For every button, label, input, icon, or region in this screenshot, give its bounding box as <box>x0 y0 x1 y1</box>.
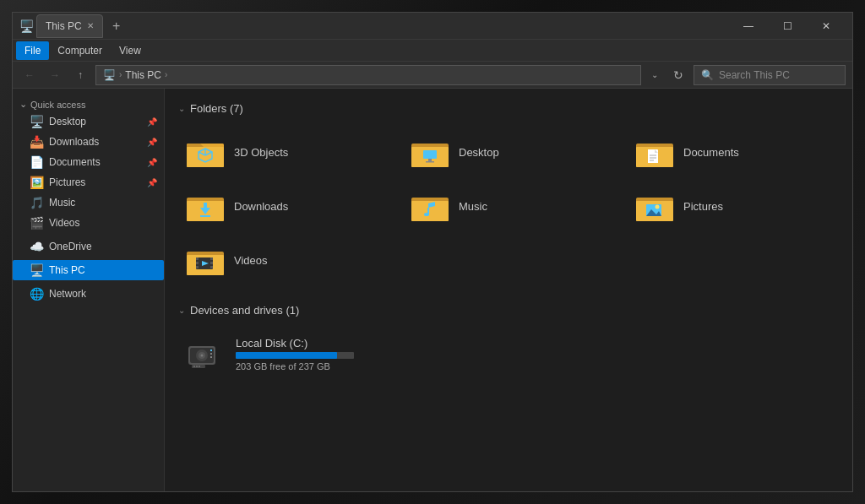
quick-access-header: ⌄ Quick access <box>13 95 164 111</box>
svg-rect-37 <box>210 257 213 260</box>
svg-rect-21 <box>200 215 210 217</box>
folder-pictures-name: Pictures <box>683 200 723 213</box>
drive-c-bar <box>236 352 354 359</box>
pin-documents-icon: 📌 <box>147 158 157 167</box>
folders-grid: 3D Objects <box>178 128 839 284</box>
sidebar-documents-label: Documents <box>49 156 101 168</box>
folders-section-header: ⌄ Folders (7) <box>178 102 839 115</box>
sidebar-item-network[interactable]: 🌐 Network <box>13 284 164 304</box>
svg-rect-35 <box>196 262 199 264</box>
window-icon: 🖥️ <box>19 19 33 33</box>
folder-3dobjects[interactable]: 3D Objects <box>178 128 389 176</box>
svg-rect-9 <box>423 150 437 159</box>
sidebar-item-downloads[interactable]: 📥 Downloads 📌 <box>13 132 164 152</box>
pin-pictures-icon: 📌 <box>147 178 157 187</box>
back-button[interactable]: ← <box>19 65 40 85</box>
folder-documents[interactable]: Documents <box>628 128 839 176</box>
folders-section-label: Folders (7) <box>190 102 243 115</box>
up-button[interactable]: ↑ <box>70 65 90 85</box>
documents-icon: 📄 <box>30 155 44 169</box>
sidebar-downloads-label: Downloads <box>49 136 99 148</box>
sidebar-item-desktop[interactable]: 🖥️ Desktop 📌 <box>13 111 164 132</box>
path-pc-icon: 🖥️ <box>103 69 116 81</box>
address-path[interactable]: 🖥️ › This PC › <box>95 65 641 85</box>
folder-3dobjects-icon <box>185 135 226 169</box>
address-dropdown-button[interactable]: ⌄ <box>646 65 663 85</box>
tab-bar: 🖥️ This PC ✕ + <box>19 14 729 38</box>
sidebar-pictures-label: Pictures <box>49 176 85 188</box>
svg-rect-38 <box>210 262 213 264</box>
drive-c-space: 203 GB free of 237 GB <box>236 361 354 371</box>
content-area: ⌄ Quick access 🖥️ Desktop 📌 📥 Downloads … <box>13 89 852 491</box>
drive-c-fill <box>236 352 337 359</box>
maximize-button[interactable]: ☐ <box>768 13 807 40</box>
folder-music[interactable]: Music <box>403 182 614 230</box>
forward-button[interactable]: → <box>45 65 65 85</box>
menu-view[interactable]: View <box>111 41 150 60</box>
network-icon: 🌐 <box>30 287 44 301</box>
svg-rect-47 <box>210 353 212 355</box>
menu-computer[interactable]: Computer <box>49 41 111 60</box>
folder-videos[interactable]: Videos <box>178 236 389 284</box>
drives-section: ⌄ Devices and drives (1) <box>178 304 839 378</box>
tab-this-pc[interactable]: This PC ✕ <box>36 14 103 38</box>
sidebar-item-videos[interactable]: 🎬 Videos <box>13 213 164 233</box>
folder-downloads[interactable]: Downloads <box>178 182 389 230</box>
sidebar-item-documents[interactable]: 📄 Documents 📌 <box>13 152 164 172</box>
sidebar-item-music[interactable]: 🎵 Music <box>13 192 164 213</box>
sidebar-item-onedrive[interactable]: ☁️ OneDrive <box>13 236 164 257</box>
search-box[interactable]: 🔍 Search This PC <box>694 65 846 85</box>
svg-rect-34 <box>196 257 199 260</box>
search-placeholder: Search This PC <box>719 69 790 81</box>
svg-rect-36 <box>196 266 199 268</box>
drive-c[interactable]: Local Disk (C:) 203 GB free of 237 GB <box>178 330 839 378</box>
window-controls: — ☐ ✕ <box>729 13 846 40</box>
add-tab-button[interactable]: + <box>106 16 127 36</box>
sidebar-item-pictures[interactable]: 🖼️ Pictures 📌 <box>13 172 164 192</box>
folder-downloads-icon <box>185 189 226 223</box>
svg-rect-11 <box>426 161 434 163</box>
pin-desktop-icon: 📌 <box>147 117 157 127</box>
close-button[interactable]: ✕ <box>807 13 846 40</box>
address-bar: ← → ↑ 🖥️ › This PC › ⌄ ↻ 🔍 Search This P… <box>13 62 852 89</box>
folder-pictures[interactable]: Pictures <box>628 182 839 230</box>
svg-rect-48 <box>210 356 212 358</box>
desktop-icon: 🖥️ <box>30 115 44 128</box>
menu-file[interactable]: File <box>16 41 49 60</box>
folder-videos-icon <box>185 243 226 277</box>
svg-point-25 <box>424 213 429 216</box>
svg-rect-50 <box>193 366 195 367</box>
sidebar-desktop-label: Desktop <box>49 116 86 127</box>
sidebar-onedrive-section: ☁️ OneDrive <box>13 236 164 257</box>
path-arrow-2: › <box>165 70 167 79</box>
folder-desktop[interactable]: Desktop <box>403 128 614 176</box>
music-icon: 🎵 <box>30 196 44 209</box>
drive-c-info: Local Disk (C:) 203 GB free of 237 GB <box>236 337 354 371</box>
svg-rect-46 <box>210 350 212 351</box>
sidebar-thispc-section: 🖥️ This PC <box>13 260 164 280</box>
svg-rect-39 <box>210 266 213 268</box>
pin-downloads-icon: 📌 <box>147 138 157 147</box>
downloads-icon: 📥 <box>30 135 44 149</box>
svg-rect-10 <box>428 159 432 161</box>
sidebar-network-label: Network <box>49 288 86 300</box>
sidebar-item-thispc[interactable]: 🖥️ This PC <box>13 260 164 280</box>
sidebar-quick-access: ⌄ Quick access 🖥️ Desktop 📌 📥 Downloads … <box>13 95 164 233</box>
svg-point-30 <box>656 205 660 209</box>
folder-videos-name: Videos <box>234 254 268 267</box>
path-arrow-1: › <box>119 70 122 79</box>
drives-chevron: ⌄ <box>178 306 185 315</box>
onedrive-icon: ☁️ <box>30 240 44 253</box>
folder-music-name: Music <box>459 200 487 213</box>
svg-rect-51 <box>196 366 198 367</box>
drives-section-header: ⌄ Devices and drives (1) <box>178 304 839 317</box>
sidebar-videos-label: Videos <box>49 217 79 229</box>
sidebar-thispc-label: This PC <box>49 264 85 276</box>
tab-close-button[interactable]: ✕ <box>87 21 94 30</box>
minimize-button[interactable]: — <box>729 13 768 40</box>
sidebar-network-section: 🌐 Network <box>13 284 164 304</box>
folder-desktop-name: Desktop <box>459 146 499 159</box>
refresh-button[interactable]: ↻ <box>668 65 688 85</box>
file-explorer-window: 🖥️ This PC ✕ + — ☐ ✕ File Computer View … <box>12 12 853 492</box>
drive-c-icon <box>185 338 226 371</box>
